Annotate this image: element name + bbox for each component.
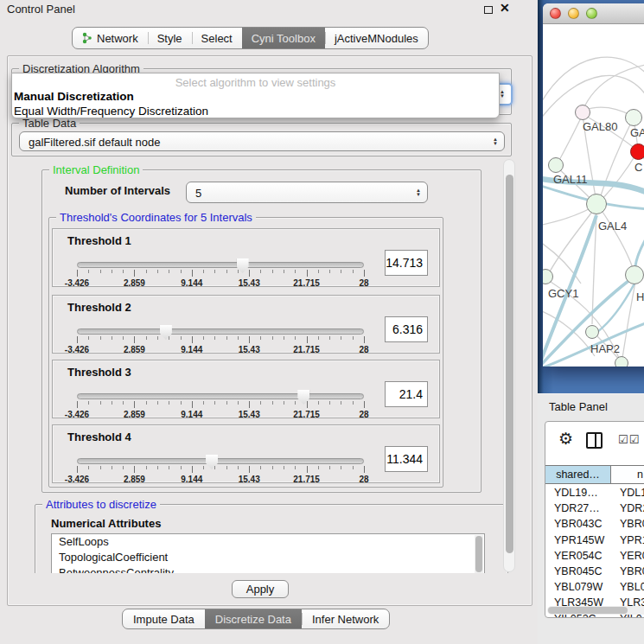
tab-style[interactable]: Style [148, 28, 192, 48]
cell-shared-name[interactable]: YDL19… [545, 485, 611, 501]
slider-track[interactable] [77, 393, 364, 399]
attribute-list-item[interactable]: TopologicalCoefficient [52, 550, 484, 565]
cell-shared-name[interactable]: YDR27… [545, 501, 611, 516]
cell-shared-name[interactable]: YBL079W [545, 579, 611, 595]
network-node[interactable] [630, 143, 644, 160]
num-intervals-combobox[interactable]: 5 ▲▼ [186, 182, 428, 203]
threshold-4-panel: Threshold 4 -3.4262.8599.14415.4321.7152… [52, 424, 440, 483]
table-row[interactable]: YER054CYER0 [545, 548, 644, 564]
tab-select[interactable]: Select [192, 28, 242, 48]
table-data-combobox[interactable]: galFiltered.sif default node ▲▼ [19, 131, 505, 151]
algorithm-option-manual[interactable]: Manual Discretization [12, 89, 499, 104]
threshold-2-slider[interactable]: -3.4262.8599.14415.4321.71528 [77, 325, 364, 354]
threshold-value-field[interactable]: 11.344 [385, 446, 428, 472]
table-row[interactable]: YBL079WYBL0 [545, 579, 644, 595]
attributes-scrollbar[interactable] [475, 535, 483, 573]
tick-label: 21.715 [293, 410, 320, 419]
tab-network[interactable]: Network [73, 28, 148, 48]
threshold-1-slider[interactable]: -3.4262.8599.14415.4321.71528 [77, 258, 364, 288]
tab-impute-data[interactable]: Impute Data [123, 609, 205, 628]
network-node-label: GAL4 [598, 220, 627, 233]
settings-scrollbar-thumb[interactable] [506, 175, 513, 553]
settings-scrollbar[interactable] [503, 159, 515, 572]
threshold-value-field[interactable]: 14.713 [385, 250, 428, 276]
tab-discretize-data[interactable]: Discretize Data [205, 609, 302, 628]
algorithm-placeholder-option[interactable]: Select algorithm to view settings [12, 73, 499, 89]
numerical-attributes-list[interactable]: SelfLoopsTopologicalCoefficientBetweenne… [51, 533, 485, 573]
network-node[interactable] [615, 356, 628, 367]
tick-mark [238, 401, 239, 405]
float-window-icon[interactable] [484, 6, 493, 14]
tick-mark [134, 270, 135, 277]
split-columns-icon[interactable] [586, 432, 603, 449]
tick-mark [169, 466, 169, 469]
tick-mark [134, 466, 135, 473]
minimize-traffic-light-icon[interactable] [568, 8, 579, 19]
tick-label: 28 [359, 475, 368, 484]
zoom-traffic-light-icon[interactable] [586, 8, 597, 19]
tick-label: 15.43 [239, 278, 260, 288]
attribute-list-item[interactable]: BetweennessCentrality [52, 565, 484, 573]
slider-track[interactable] [77, 328, 364, 335]
threshold-4-slider[interactable]: -3.4262.8599.14415.4321.71528 [77, 455, 364, 484]
cell-name[interactable]: YDL1 [611, 485, 644, 501]
panel-title: Control Panel [7, 3, 75, 16]
cell-shared-name[interactable]: YPR145W [545, 532, 611, 548]
tick-mark [77, 336, 78, 343]
column-header-name[interactable]: n [611, 465, 644, 484]
network-node[interactable] [548, 157, 564, 173]
table-horizontal-scrollbar[interactable] [547, 606, 644, 615]
tab-cyni-toolbox[interactable]: Cyni Toolbox [242, 28, 325, 48]
close-icon[interactable]: ✕ [500, 1, 510, 15]
slider-track[interactable] [77, 458, 364, 464]
cell-shared-name[interactable]: YBR043C [545, 516, 611, 532]
network-node[interactable] [585, 325, 599, 339]
cell-shared-name[interactable]: YER054C [545, 548, 611, 564]
close-traffic-light-icon[interactable] [550, 8, 561, 19]
threshold-value-field[interactable]: 6.316 [385, 316, 428, 342]
network-node[interactable] [575, 105, 590, 120]
algorithm-option-equal-width[interactable]: Equal Width/Frequency Discretization [12, 104, 499, 118]
tab-infer-network[interactable]: Infer Network [302, 609, 389, 628]
threshold-3-slider[interactable]: -3.4262.8599.14415.4321.71528 [77, 390, 364, 419]
network-node[interactable] [586, 194, 607, 214]
tick-mark [77, 401, 78, 408]
cell-name[interactable]: YBR0 [611, 564, 644, 579]
cell-name[interactable]: YER0 [611, 548, 644, 564]
attribute-list-item[interactable]: SelfLoops [52, 534, 484, 550]
cell-shared-name[interactable]: YBR045C [545, 564, 611, 579]
network-icon [82, 32, 92, 44]
slider-track[interactable] [77, 262, 364, 268]
tick-mark [192, 401, 193, 408]
network-window-titlebar[interactable] [543, 3, 644, 24]
network-node[interactable] [625, 109, 642, 126]
tab-jactivemnodules[interactable]: jActiveMNodules [325, 28, 428, 48]
tick-mark [272, 401, 273, 405]
tick-mark [134, 336, 135, 343]
threshold-value-field[interactable]: 21.4 [385, 381, 428, 407]
cell-name[interactable]: YPR1 [611, 532, 644, 548]
network-canvas[interactable]: GAL80GACGAL11GAL4GCY1HHAP2 [543, 24, 644, 367]
cell-name[interactable]: YDR2 [611, 501, 644, 516]
table-row[interactable]: YDL19…YDL1 [545, 485, 644, 501]
tick-mark [88, 466, 89, 469]
tick-label: 15.43 [239, 410, 260, 419]
table-row[interactable]: YPR145WYPR1 [545, 532, 644, 548]
table-row[interactable]: YDR27…YDR2 [545, 501, 644, 516]
cell-name[interactable]: YBR0 [611, 516, 644, 532]
table-row[interactable]: YBR043CYBR0 [545, 516, 644, 532]
apply-button[interactable]: Apply [232, 580, 289, 598]
network-node[interactable] [625, 265, 644, 284]
tick-label: 21.715 [293, 278, 320, 288]
table-row[interactable]: YBR045CYBR0 [545, 564, 644, 579]
column-header-shared-name[interactable]: shared… [545, 465, 611, 484]
cell-name[interactable]: YBL0 [611, 579, 644, 595]
gear-icon[interactable]: ⚙ [558, 429, 573, 449]
tick-mark [249, 466, 250, 473]
tick-mark [238, 466, 239, 469]
slider-tick-labels: -3.4262.8599.14415.4321.71528 [77, 345, 364, 355]
tab-label: Impute Data [133, 613, 194, 626]
checkbox-icons[interactable]: ☑☑ [618, 433, 640, 446]
tick-mark [203, 466, 204, 469]
network-node-label: HAP2 [590, 342, 620, 355]
